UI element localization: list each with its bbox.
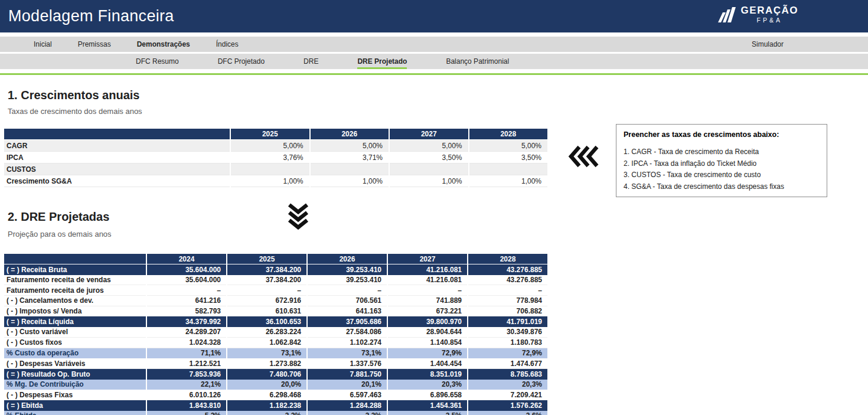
nav-tab-simulador[interactable]: Simulador (752, 37, 784, 52)
dre-cell: 20,0% (227, 380, 306, 390)
dre-cell: 24.289.207 (147, 327, 226, 338)
section1-title: 1. Crescimentos anuais (8, 89, 139, 102)
growth-year-header: 2027 (390, 129, 468, 139)
dre-cell: 8.351.019 (388, 369, 467, 380)
dre-cell: 20,3% (388, 380, 467, 390)
row-label: % Ebitda (4, 411, 146, 415)
dre-cell: 3,3% (308, 411, 387, 415)
info-box-items: 1. CAGR - Taxa de crescimento da Receita… (624, 148, 820, 191)
dre-cell: 8.785.683 (468, 369, 547, 380)
table-row: Faturamento receita de vendas35.604.0003… (4, 275, 547, 286)
table-row: Crescimento SG&A1,00%1,00%1,00%1,00% (4, 175, 547, 187)
nav-tab-balanco-patrimonial[interactable]: Balanço Patrimonial (446, 54, 509, 69)
dre-cell: 71,1% (147, 348, 226, 359)
nav-tab-dre[interactable]: DRE (304, 54, 318, 69)
dre-cell: 7.480.706 (227, 369, 306, 380)
nav-secondary: DFC ResumoDFC ProjetadoDREDRE ProjetadoB… (0, 54, 868, 69)
row-label: IPCA (4, 152, 230, 164)
table-row: % Ebitda5,2%3,2%3,3%3,5%3,6% (4, 411, 547, 415)
growth-cell[interactable]: 5,00% (311, 140, 389, 152)
nav-tab-premissas[interactable]: Premissas (78, 37, 111, 52)
table-row: ( = ) Ebitda1.843.8101.182.2381.284.2881… (4, 400, 547, 411)
dre-cell: 41.216.081 (388, 275, 467, 286)
info-item: 1. CAGR - Taxa de crescimento da Receita (624, 148, 820, 156)
growth-year-header: 2028 (469, 129, 548, 139)
growth-year-header: 2026 (311, 129, 389, 139)
info-item: 2. IPCA - Taxa da inflação do Ticket Méd… (624, 159, 820, 168)
growth-cell[interactable]: 3,76% (231, 152, 309, 164)
dre-cell: 39.800.970 (388, 316, 467, 327)
dre-cell: 582.793 (147, 306, 226, 317)
growth-cell[interactable]: 5,00% (390, 140, 468, 152)
info-item: 3. CUSTOS - Taxa de crescimento de custo (624, 171, 820, 179)
dre-cell: 3,6% (468, 411, 547, 415)
row-label: Faturamento receita de juros (4, 285, 146, 296)
nav-tab-demonstracoes[interactable]: Demonstrações (137, 37, 190, 52)
growth-cell[interactable] (231, 164, 309, 175)
table-row: ( - ) Custo variável24.289.20726.283.224… (4, 327, 547, 338)
growth-cell[interactable] (390, 164, 468, 175)
growth-cell[interactable]: 1,00% (311, 175, 389, 187)
dre-cell: 37.905.686 (308, 316, 387, 327)
dre-cell: 778.984 (468, 296, 547, 306)
nav-tab-inicial[interactable]: Inicial (34, 37, 52, 52)
dre-cell: 706.561 (308, 296, 387, 306)
growth-table-corner (4, 129, 230, 139)
dre-cell: 1.337.576 (308, 358, 387, 369)
dre-cell: 1.062.842 (227, 338, 306, 348)
growth-cell[interactable]: 1,00% (390, 175, 468, 187)
dre-cell: 641.216 (147, 296, 226, 306)
table-row: ( - ) Despesas Fixas6.010.1266.298.4686.… (4, 390, 547, 400)
table-row: % Mg. De Contribuição22,1%20,0%20,1%20,3… (4, 380, 547, 390)
growth-cell[interactable]: 5,00% (469, 140, 548, 152)
logo-text-line2: FP&A (757, 17, 782, 24)
section2-subtitle: Projeção para os demais anos (8, 230, 112, 238)
table-row: ( = ) Receita Líquida34.379.99236.100.65… (4, 316, 547, 327)
dre-cell: 673.221 (388, 306, 467, 317)
dre-cell: 5,2% (147, 411, 226, 415)
nav-tab-dfc-projetado[interactable]: DFC Projetado (218, 54, 265, 69)
nav-tab-dre-projetado[interactable]: DRE Projetado (357, 54, 407, 69)
dre-cell: 36.100.653 (227, 316, 306, 327)
info-box-title: Preencher as taxas de crescimentos abaix… (624, 130, 820, 139)
dre-cell: 72,9% (388, 348, 467, 359)
dre-cell: 73,1% (227, 348, 306, 359)
row-label: ( - ) Despesas Variáveis (4, 358, 146, 369)
dre-cell: 35.604.000 (147, 264, 226, 275)
growth-cell[interactable]: 1,00% (231, 175, 309, 187)
dre-cell: 43.276.885 (468, 264, 547, 275)
dre-cell: 41.791.019 (468, 316, 547, 327)
dre-cell: 27.584.086 (308, 327, 387, 338)
nav-tab-dfc-resumo[interactable]: DFC Resumo (136, 54, 179, 69)
table-row: ( - ) Custos fixos1.024.3281.062.8421.10… (4, 338, 547, 348)
dre-table: 20242025202620272028 ( = ) Receita Bruta… (4, 254, 547, 415)
table-row: % Custo da operação71,1%73,1%73,1%72,9%7… (4, 348, 547, 359)
growth-cell[interactable]: 3,50% (469, 152, 548, 164)
row-label: Faturamento receita de vendas (4, 275, 146, 286)
page: Modelagem Financeira GERAÇÃO FP&A Inicia… (0, 0, 868, 415)
row-label: ( - ) Cancelamentos e dev. (4, 296, 146, 306)
growth-cell[interactable] (469, 164, 548, 175)
table-row: ( = ) Resultado Op. Bruto7.853.9367.480.… (4, 369, 547, 380)
dre-cell: 1.404.454 (388, 358, 467, 369)
growth-cell[interactable] (311, 164, 389, 175)
growth-cell[interactable]: 3,71% (311, 152, 389, 164)
table-row: Faturamento receita de juros––––– (4, 285, 547, 296)
dre-cell: – (388, 285, 467, 296)
info-item: 4. SG&A - Taxa de crescimento das despes… (624, 182, 820, 191)
dre-year-header: 2026 (308, 254, 387, 264)
dre-cell: 37.384.200 (227, 275, 306, 286)
row-label: CUSTOS (4, 164, 230, 175)
dre-cell: 39.253.410 (308, 275, 387, 286)
growth-cell[interactable]: 1,00% (469, 175, 548, 187)
dre-cell: 72,9% (468, 348, 547, 359)
dre-cell: 706.882 (468, 306, 547, 317)
nav-tab-indices[interactable]: Índices (216, 37, 239, 52)
growth-cell[interactable]: 5,00% (231, 140, 309, 152)
row-label: ( = ) Ebitda (4, 400, 146, 411)
growth-cell[interactable]: 3,50% (390, 152, 468, 164)
dre-cell: 28.904.644 (388, 327, 467, 338)
logo-text-line1: GERAÇÃO (741, 5, 798, 17)
green-divider (0, 73, 868, 75)
dre-cell: 39.253.410 (308, 264, 387, 275)
